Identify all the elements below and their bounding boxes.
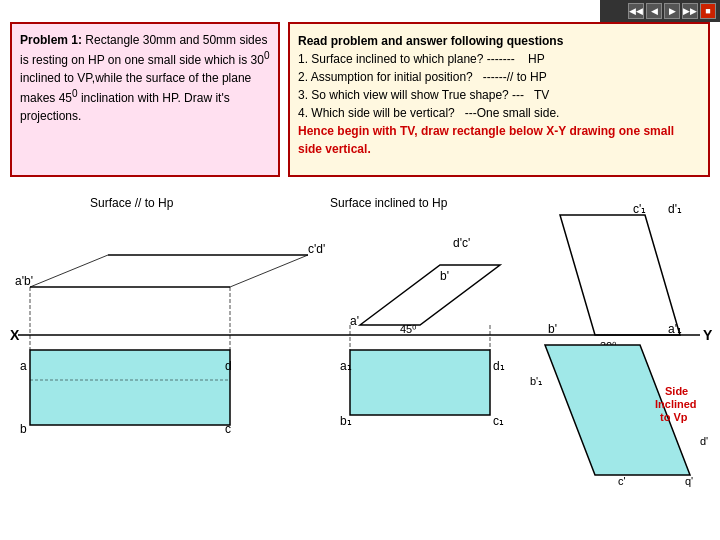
problem-box: Problem 1: Rectangle 30mm and 50mm sides… [10, 22, 280, 177]
drawing-area: X Y Surface // to Hp a'b' c'd' a b c d [0, 185, 720, 540]
svg-text:b₁: b₁ [340, 414, 352, 428]
nav-bar: ◀◀ ◀ ▶ ▶▶ ■ [600, 0, 720, 22]
svg-text:Surface // to Hp: Surface // to Hp [90, 196, 174, 210]
svg-text:Inclined: Inclined [655, 398, 697, 410]
svg-text:45⁰: 45⁰ [400, 323, 417, 335]
svg-text:c'₁: c'₁ [633, 202, 646, 216]
svg-line-7 [230, 255, 308, 287]
nav-first[interactable]: ◀◀ [628, 3, 644, 19]
svg-marker-27 [560, 215, 680, 335]
svg-text:a': a' [350, 314, 359, 328]
svg-text:b'₁: b'₁ [530, 375, 542, 387]
info-line-3: 3. So which view will show True shape? -… [298, 86, 700, 104]
svg-marker-17 [360, 265, 500, 325]
svg-text:Side: Side [665, 385, 688, 397]
svg-text:d: d [225, 359, 232, 373]
nav-prev[interactable]: ◀ [646, 3, 662, 19]
nav-last[interactable]: ▶▶ [682, 3, 698, 19]
svg-text:Y: Y [703, 327, 713, 343]
svg-rect-22 [350, 350, 490, 415]
svg-text:b': b' [548, 322, 557, 336]
nav-stop[interactable]: ■ [700, 3, 716, 19]
svg-text:a₁: a₁ [340, 359, 352, 373]
svg-text:a: a [20, 359, 27, 373]
svg-text:a'b': a'b' [15, 274, 33, 288]
svg-text:d'c': d'c' [453, 236, 470, 250]
svg-text:b: b [20, 422, 27, 436]
info-line-1: 1. Surface inclined to which plane? ----… [298, 50, 700, 68]
info-title: Read problem and answer following questi… [298, 32, 700, 50]
svg-text:a'₁: a'₁ [668, 322, 682, 336]
svg-text:to Vp: to Vp [660, 411, 688, 423]
svg-text:c': c' [618, 475, 626, 487]
svg-text:c'd': c'd' [308, 242, 325, 256]
info-line-4: 4. Which side will be vertical? ---One s… [298, 104, 700, 122]
svg-line-6 [30, 255, 108, 287]
info-line-2: 2. Assumption for initial position? ----… [298, 68, 700, 86]
svg-rect-8 [30, 350, 230, 425]
problem-title: Problem 1: [20, 33, 82, 47]
svg-text:d'₁: d'₁ [668, 202, 682, 216]
svg-text:X: X [10, 327, 20, 343]
main-drawing: X Y Surface // to Hp a'b' c'd' a b c d [0, 185, 720, 540]
svg-text:c: c [225, 422, 231, 436]
svg-text:b': b' [440, 269, 449, 283]
svg-text:q': q' [685, 475, 693, 487]
nav-next[interactable]: ▶ [664, 3, 680, 19]
svg-text:d₁: d₁ [493, 359, 505, 373]
svg-text:c₁: c₁ [493, 414, 504, 428]
svg-text:Surface inclined to Hp: Surface inclined to Hp [330, 196, 448, 210]
info-box: Read problem and answer following questi… [288, 22, 710, 177]
svg-marker-33 [545, 345, 690, 475]
info-highlight: Hence begin with TV, draw rectangle belo… [298, 122, 700, 158]
svg-text:d': d' [700, 435, 708, 447]
